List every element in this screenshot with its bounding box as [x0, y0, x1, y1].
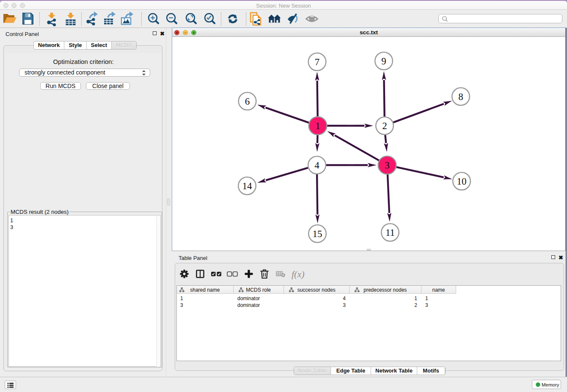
svg-text:4: 4 — [314, 160, 319, 171]
svg-text:15: 15 — [313, 229, 322, 239]
svg-text:7: 7 — [315, 57, 320, 67]
svg-text:8: 8 — [458, 91, 463, 102]
svg-text:9: 9 — [381, 56, 386, 66]
svg-text:6: 6 — [245, 96, 250, 107]
svg-text:f(x): f(x) — [292, 269, 305, 279]
svg-text:11: 11 — [385, 227, 395, 238]
svg-text:10: 10 — [457, 176, 467, 187]
svg-text:14: 14 — [242, 181, 253, 191]
svg-text:2: 2 — [382, 121, 387, 131]
svg-text:1: 1 — [315, 121, 320, 131]
svg-text:3: 3 — [385, 160, 390, 171]
